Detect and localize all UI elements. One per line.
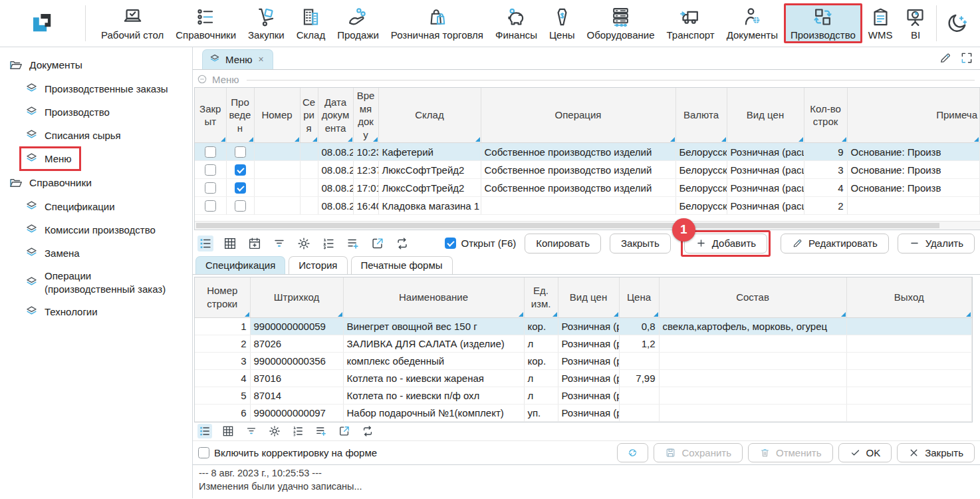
col-header-line-number[interactable]: Номер строки [195,277,250,317]
cell-line[interactable]: 5 [195,387,250,404]
cell-series[interactable] [300,161,318,179]
col-header-barcode[interactable]: Штрихкод [250,277,343,317]
open-f6-checkbox-label[interactable]: Открыт (F6) [445,238,516,249]
cell-series[interactable] [300,143,318,161]
nav-item-desktop[interactable]: Рабочий стол [95,3,170,43]
tab-menu[interactable]: Меню × [202,49,273,69]
posted-checkbox[interactable] [235,146,246,158]
cell-line[interactable]: 6 [195,404,250,421]
cell-unit[interactable]: кор. [524,317,558,335]
nav-item-retail[interactable]: Розничная торговля [385,3,489,43]
export-icon[interactable] [337,424,352,438]
cell-price[interactable] [619,352,659,369]
cell-output[interactable] [846,387,972,404]
cell-line-count[interactable]: 3 [804,161,847,179]
cell-note[interactable] [847,197,980,215]
cell-currency[interactable]: Белорусский [675,179,727,197]
filter-icon[interactable] [244,424,259,438]
cell-number[interactable] [254,197,300,215]
cell-name[interactable]: Котлета по - киевски п/ф охл [343,387,524,404]
add-button[interactable]: Добавить [684,234,767,253]
cell-price-type[interactable]: Розничная (ра [558,404,619,421]
cell-date[interactable]: 08.08.23 [318,197,353,215]
cancel-button[interactable]: Отменить [748,443,833,462]
col-header-operation[interactable]: Операция [481,88,675,143]
cell-price-type[interactable]: Розничная (ра [558,387,619,404]
cell-note[interactable]: Основание: Произв [847,161,980,179]
cell-line[interactable]: 2 [195,335,250,352]
nav-item-prices[interactable]: Цены [543,3,581,43]
cell-date[interactable]: 08.08.23 [318,161,353,179]
cell-price-type[interactable]: Розничная (расцен [727,197,804,215]
sidebar-item-technologies[interactable]: Технологии [0,300,192,323]
nav-item-production[interactable]: Производство [784,3,862,43]
spec-row-4[interactable]: 4 87016 Котлета по - киевски жареная л Р… [195,369,972,387]
cell-line-count[interactable]: 2 [804,197,847,215]
export-icon[interactable] [370,236,386,251]
col-header-closed[interactable]: Закрыт [195,88,226,143]
spec-row-3[interactable]: 3 9900000000356 комплекс обеденный кор. … [195,352,972,369]
cell-name[interactable]: Котлета по - киевски жареная [343,369,524,387]
nav-item-equipment[interactable]: Оборудование [581,3,661,43]
nav-item-wms[interactable]: WMS [862,3,899,43]
sidebar-item-replacement[interactable]: Замена [0,242,192,265]
cell-price-type[interactable]: Розничная (расцен [727,161,804,179]
numbered-list-icon[interactable] [320,236,336,251]
cell-operation[interactable] [481,197,675,215]
cell-barcode[interactable]: 9900000000356 [250,352,343,369]
fullscreen-expand-icon[interactable] [960,51,973,65]
menu-row-2[interactable]: 08.08.23 12:37 ЛюксСофтТрейд2 Собственно… [195,161,980,179]
tab-close-icon[interactable]: × [257,54,265,65]
cell-composition[interactable] [659,352,846,369]
ok-button[interactable]: OK [838,443,892,462]
tab-history[interactable]: История [289,256,347,274]
cell-price[interactable]: 1,2 [619,335,659,352]
nav-item-documents[interactable]: Документы [721,3,784,43]
cell-name[interactable]: комплекс обеденный [343,352,524,369]
save-button[interactable]: Сохранить [654,443,743,462]
col-header-time[interactable]: Время доку [353,88,378,143]
cell-barcode[interactable]: 87014 [250,387,343,404]
cell-number[interactable] [254,143,300,161]
copy-button[interactable]: Копировать [525,234,601,253]
numbered-list-icon[interactable] [291,424,305,438]
col-header-price-type[interactable]: Вид цен [558,277,619,317]
close-document-button[interactable]: Закрыть [610,234,671,253]
col-header-line-count[interactable]: Кол-во строк [804,88,847,143]
cell-price[interactable]: 7,99 [619,369,659,387]
close-form-button[interactable]: Закрыть [897,443,975,462]
cell-warehouse[interactable]: ЛюксСофтТрейд2 [378,179,481,197]
cell-currency[interactable]: Белорусский [675,161,727,179]
nav-item-warehouse[interactable]: Склад [291,3,331,43]
col-header-warehouse[interactable]: Склад [378,88,481,143]
col-header-price-type[interactable]: Вид цен [727,88,804,143]
cell-output[interactable] [846,317,972,335]
cell-unit[interactable]: кор. [524,352,558,369]
cell-unit[interactable]: л [524,335,558,352]
reload-icon[interactable] [360,424,375,438]
cell-price-type[interactable]: Розничная (ра [558,317,619,335]
tab-specification[interactable]: Спецификация [195,256,285,274]
col-header-series[interactable]: Серия [300,88,318,143]
posted-checkbox[interactable] [235,164,246,176]
list-view-icon[interactable] [197,424,212,438]
cell-composition[interactable] [659,369,846,387]
cell-price[interactable] [619,404,659,421]
open-f6-checkbox[interactable] [445,238,456,249]
scrollbar-thumb[interactable] [196,223,939,228]
closed-checkbox[interactable] [205,182,216,194]
cell-price-type[interactable]: Розничная (расцен [727,143,804,161]
adjust-checkbox-label[interactable]: Включить корректировку на форме [198,447,377,458]
nav-item-purchases[interactable]: Закупки [242,3,291,43]
settings-gear-icon[interactable] [267,424,282,438]
cell-time[interactable]: 17:01 [353,179,378,197]
sidebar-section-documents[interactable]: Документы [0,53,192,77]
sidebar-item-specifications[interactable]: Спецификации [0,195,192,218]
cell-time[interactable]: 10:23 [353,143,378,161]
sidebar-item-operations[interactable]: Операции (производственный заказ) [0,265,192,300]
cell-price-type[interactable]: Розничная (ра [558,352,619,369]
cell-currency[interactable]: Белорусский [675,197,727,215]
cell-price[interactable]: 0,8 [619,317,659,335]
nav-item-sales[interactable]: Продажи [331,3,385,43]
add-row-list-icon[interactable] [314,424,328,438]
